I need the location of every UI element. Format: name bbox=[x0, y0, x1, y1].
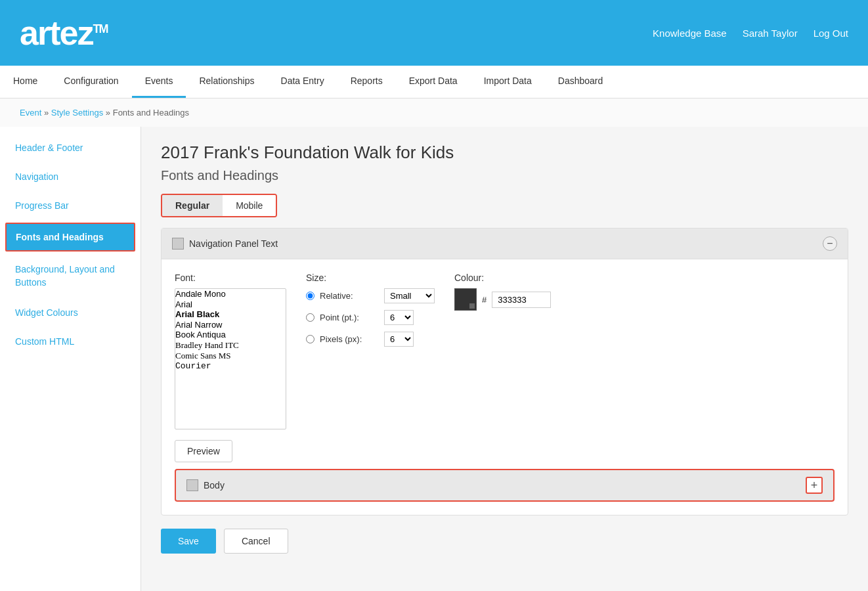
save-button[interactable]: Save bbox=[161, 529, 216, 554]
colour-label: Colour: bbox=[454, 273, 551, 283]
pixel-select[interactable]: 6 8 10 12 bbox=[384, 332, 414, 347]
action-bar: Save Cancel bbox=[161, 529, 848, 554]
breadcrumb-current: Fonts and Headings bbox=[113, 108, 189, 118]
nav-events[interactable]: Events bbox=[132, 66, 186, 98]
user-link[interactable]: Sarah Taylor bbox=[743, 28, 798, 39]
tab-mobile[interactable]: Mobile bbox=[223, 195, 276, 216]
nav-configuration[interactable]: Configuration bbox=[51, 66, 131, 98]
nav-data-entry[interactable]: Data Entry bbox=[268, 66, 337, 98]
pixel-row: Pixels (px): 6 8 10 12 bbox=[306, 332, 435, 347]
sidebar-item-progress-bar[interactable]: Progress Bar bbox=[0, 191, 141, 220]
font-option-arial-black[interactable]: Arial Black bbox=[175, 309, 286, 320]
panel-icon bbox=[172, 238, 184, 250]
relative-row: Relative: Small Medium Large X-Large bbox=[306, 288, 435, 303]
navigation-panel-label: Navigation Panel Text bbox=[189, 238, 278, 249]
top-nav: Home Configuration Events Relationships … bbox=[0, 66, 868, 98]
sidebar-item-header-footer[interactable]: Header & Footer bbox=[0, 133, 141, 162]
logo-text: artez bbox=[20, 14, 93, 52]
nav-dashboard[interactable]: Dashboard bbox=[545, 66, 617, 98]
sidebar-item-custom-html[interactable]: Custom HTML bbox=[0, 327, 141, 356]
font-option-book-antiqua[interactable]: Book Antiqua bbox=[175, 330, 286, 340]
font-listbox[interactable]: Andale Mono Arial Arial Black Arial Narr… bbox=[175, 288, 286, 429]
nav-import-data[interactable]: Import Data bbox=[471, 66, 545, 98]
content-area: 2017 Frank's Foundation Walk for Kids Fo… bbox=[141, 127, 868, 591]
knowledge-base-link[interactable]: Knowledge Base bbox=[653, 28, 727, 39]
breadcrumb: Event » Style Settings » Fonts and Headi… bbox=[0, 98, 868, 127]
font-option-arial-narrow[interactable]: Arial Narrow bbox=[175, 320, 286, 330]
colour-hash: # bbox=[482, 295, 487, 305]
body-panel-label: Body bbox=[204, 480, 225, 491]
nav-reports[interactable]: Reports bbox=[337, 66, 396, 98]
breadcrumb-style-settings[interactable]: Style Settings bbox=[51, 108, 104, 118]
panel-header: Navigation Panel Text − bbox=[162, 229, 848, 259]
font-label: Font: bbox=[175, 273, 286, 283]
sidebar-item-navigation[interactable]: Navigation bbox=[0, 162, 141, 191]
body-panel-add-button[interactable]: + bbox=[806, 477, 823, 494]
tab-regular[interactable]: Regular bbox=[162, 195, 223, 216]
font-option-bradley[interactable]: Bradley Hand ITC bbox=[175, 340, 286, 351]
point-label: Point (pt.): bbox=[320, 313, 379, 322]
point-row: Point (pt.): 6 8 10 12 bbox=[306, 310, 435, 325]
body-panel-left: Body bbox=[186, 479, 225, 491]
font-option-comic[interactable]: Comic Sans MS bbox=[175, 351, 286, 361]
main-layout: Header & Footer Navigation Progress Bar … bbox=[0, 127, 868, 591]
preview-button[interactable]: Preview bbox=[175, 440, 232, 462]
relative-label: Relative: bbox=[320, 291, 379, 301]
navigation-panel: Navigation Panel Text − Font: Andale Mon… bbox=[161, 228, 848, 515]
panel-body: Font: Andale Mono Arial Arial Black Aria… bbox=[162, 259, 848, 515]
colour-hex-input[interactable] bbox=[492, 292, 551, 308]
pixel-radio[interactable] bbox=[306, 335, 315, 343]
colour-section: Colour: # bbox=[454, 273, 551, 311]
logo: artezTM bbox=[20, 13, 107, 53]
relative-radio[interactable] bbox=[306, 292, 315, 300]
font-option-courier[interactable]: Courier bbox=[175, 361, 286, 372]
point-radio[interactable] bbox=[306, 313, 315, 322]
body-panel-icon bbox=[186, 479, 198, 491]
point-select[interactable]: 6 8 10 12 bbox=[384, 310, 414, 325]
header-nav: Knowledge Base Sarah Taylor Log Out bbox=[653, 28, 848, 39]
font-section: Font: Andale Mono Arial Arial Black Aria… bbox=[175, 273, 286, 429]
breadcrumb-event[interactable]: Event bbox=[20, 108, 41, 118]
panel-header-left: Navigation Panel Text bbox=[172, 238, 278, 250]
pixel-label: Pixels (px): bbox=[320, 334, 379, 344]
header: artezTM Knowledge Base Sarah Taylor Log … bbox=[0, 0, 868, 66]
font-option-andale[interactable]: Andale Mono bbox=[175, 289, 286, 299]
logo-tm: TM bbox=[93, 22, 107, 35]
logout-link[interactable]: Log Out bbox=[814, 28, 848, 39]
panel-collapse-button[interactable]: − bbox=[823, 236, 837, 251]
section-title: Fonts and Headings bbox=[161, 168, 848, 183]
tab-bar: Regular Mobile bbox=[161, 194, 277, 217]
sidebar-item-fonts-headings[interactable]: Fonts and Headings bbox=[5, 223, 135, 252]
cancel-button[interactable]: Cancel bbox=[224, 529, 288, 554]
size-label: Size: bbox=[306, 273, 435, 283]
colour-row: # bbox=[454, 288, 551, 311]
nav-relationships[interactable]: Relationships bbox=[186, 66, 267, 98]
nav-export-data[interactable]: Export Data bbox=[396, 66, 471, 98]
sidebar: Header & Footer Navigation Progress Bar … bbox=[0, 127, 141, 591]
body-panel: Body + bbox=[175, 469, 835, 502]
sidebar-item-widget-colours[interactable]: Widget Colours bbox=[0, 298, 141, 327]
page-title: 2017 Frank's Foundation Walk for Kids bbox=[161, 142, 848, 163]
colour-swatch[interactable] bbox=[454, 288, 477, 311]
size-section: Size: Relative: Small Medium Large X-Lar… bbox=[306, 273, 435, 353]
font-area: Font: Andale Mono Arial Arial Black Aria… bbox=[175, 273, 835, 429]
nav-home[interactable]: Home bbox=[0, 66, 51, 98]
relative-select[interactable]: Small Medium Large X-Large bbox=[384, 288, 435, 303]
font-option-arial[interactable]: Arial bbox=[175, 299, 286, 310]
sidebar-item-background-layout[interactable]: Background, Layout and Buttons bbox=[0, 254, 141, 298]
